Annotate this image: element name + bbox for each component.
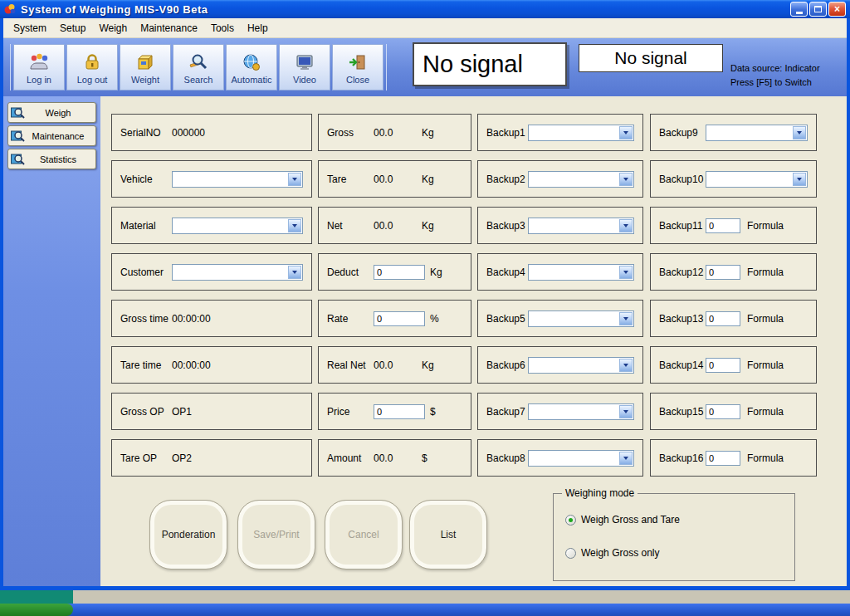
deduct-input[interactable] — [374, 265, 425, 280]
field-label: Amount — [327, 452, 374, 464]
chevron-down-icon[interactable] — [793, 126, 806, 139]
backup4-dropdown[interactable] — [528, 264, 634, 281]
field-backup5: Backup5 — [477, 300, 643, 337]
chevron-down-icon[interactable] — [619, 173, 633, 186]
backup1-dropdown[interactable] — [528, 125, 634, 141]
backup12-input[interactable] — [706, 265, 740, 280]
chevron-down-icon[interactable] — [619, 219, 633, 232]
sidebar-item-weigh[interactable]: Weigh — [7, 102, 96, 123]
field-gross-time: Gross time 00:00:00 — [111, 300, 312, 337]
backup15-input[interactable] — [706, 404, 740, 419]
menu-weigh[interactable]: Weigh — [92, 20, 134, 37]
material-dropdown[interactable] — [172, 218, 303, 234]
field-label: Real Net — [327, 359, 374, 371]
chevron-down-icon[interactable] — [288, 173, 301, 186]
field-label: Backup16 — [659, 452, 706, 464]
sidebar-item-label: Maintenance — [26, 131, 95, 141]
backup10-dropdown[interactable] — [706, 171, 808, 188]
radio-weigh-gross-only[interactable]: Weigh Gross only — [565, 547, 659, 559]
taskbar — [0, 604, 850, 616]
chevron-down-icon[interactable] — [793, 173, 806, 186]
video-button[interactable]: Video — [279, 44, 330, 90]
field-label: Backup5 — [486, 313, 528, 325]
field-label: Backup3 — [486, 220, 528, 232]
field-label: Vehicle — [120, 174, 172, 185]
chevron-down-icon[interactable] — [288, 219, 301, 232]
rate-input[interactable] — [374, 311, 425, 326]
unit-label: Kg — [422, 174, 434, 185]
field-material: Material — [111, 207, 312, 244]
field-label: Tare time — [120, 359, 172, 371]
menu-maintenance[interactable]: Maintenance — [134, 20, 204, 37]
amount-value: 00.0 — [374, 452, 422, 464]
data-source-line1: Data source: Indicator — [730, 61, 820, 76]
radio-unselected-icon[interactable] — [565, 548, 576, 559]
menu-tools[interactable]: Tools — [204, 20, 241, 37]
field-serialno: SerialNO 000000 — [111, 114, 312, 151]
menu-help[interactable]: Help — [241, 20, 275, 37]
chevron-down-icon[interactable] — [619, 359, 633, 372]
chevron-down-icon[interactable] — [619, 126, 633, 139]
start-button[interactable] — [0, 604, 73, 616]
gross-value: 00.0 — [374, 127, 422, 139]
ponderation-button[interactable]: Ponderation — [149, 500, 227, 570]
field-label: Tare OP — [120, 452, 172, 464]
list-button[interactable]: List — [409, 500, 487, 570]
price-input[interactable] — [374, 404, 425, 419]
sidebar-item-maintenance[interactable]: Maintenance — [7, 125, 96, 146]
field-backup1: Backup1 — [477, 114, 643, 151]
chevron-down-icon[interactable] — [619, 312, 633, 325]
formula-label: Formula — [747, 313, 784, 325]
backup9-dropdown[interactable] — [706, 125, 808, 141]
field-label: Deduct — [327, 266, 374, 278]
magnifier-icon — [11, 130, 26, 143]
field-backup4: Backup4 — [477, 253, 643, 291]
vehicle-dropdown[interactable] — [172, 171, 303, 188]
backup14-input[interactable] — [706, 358, 740, 373]
login-button[interactable]: Log in — [13, 44, 65, 90]
data-source-line2: Press [F5] to Switch — [730, 76, 820, 90]
field-label: Customer — [120, 266, 172, 278]
radio-selected-icon[interactable] — [565, 515, 576, 526]
search-button[interactable]: Search — [173, 44, 224, 90]
cancel-button[interactable]: Cancel — [325, 500, 403, 570]
customer-dropdown[interactable] — [172, 264, 303, 281]
app-icon — [3, 2, 17, 16]
radio-weigh-gross-and-tare[interactable]: Weigh Gross and Tare — [565, 514, 680, 526]
sidebar-item-statistics[interactable]: Statistics — [7, 149, 96, 169]
backup16-input[interactable] — [706, 451, 740, 466]
field-gross: Gross 00.0 Kg — [318, 114, 471, 151]
maximize-button[interactable] — [809, 2, 827, 17]
field-price: Price $ — [318, 393, 471, 430]
field-tare: Tare 00.0 Kg — [318, 160, 471, 198]
field-customer: Customer — [111, 253, 312, 291]
backup8-dropdown[interactable] — [528, 450, 634, 467]
chevron-down-icon[interactable] — [288, 266, 301, 279]
chevron-down-icon[interactable] — [619, 452, 633, 465]
logout-button[interactable]: Log out — [66, 44, 118, 90]
field-label: Rate — [327, 313, 374, 325]
backup13-input[interactable] — [706, 311, 740, 326]
menu-system[interactable]: System — [7, 20, 53, 37]
form-column-3: Backup1 Backup2 Backup3 Backup4 Backup5 … — [477, 114, 643, 486]
video-icon — [295, 51, 315, 74]
save-print-button[interactable]: Save/Print — [237, 500, 315, 570]
backup2-dropdown[interactable] — [528, 171, 634, 188]
backup7-dropdown[interactable] — [528, 403, 634, 420]
unit-label: Kg — [430, 266, 442, 278]
field-gross-op: Gross OP OP1 — [111, 393, 312, 430]
chevron-down-icon[interactable] — [619, 405, 633, 418]
titlebar-close-button[interactable]: × — [828, 2, 846, 17]
window-controls: × — [790, 2, 846, 17]
backup11-input[interactable] — [706, 218, 740, 233]
backup5-dropdown[interactable] — [528, 310, 634, 327]
close-tool-button[interactable]: Close — [332, 44, 383, 90]
automatic-button[interactable]: Automatic — [226, 44, 277, 90]
weight-button[interactable]: Weight — [120, 44, 171, 90]
minimize-button[interactable] — [790, 2, 808, 17]
menu-setup[interactable]: Setup — [53, 20, 92, 37]
backup6-dropdown[interactable] — [528, 357, 634, 374]
chevron-down-icon[interactable] — [619, 266, 633, 279]
weight-label: Weight — [131, 75, 159, 85]
backup3-dropdown[interactable] — [528, 218, 634, 234]
